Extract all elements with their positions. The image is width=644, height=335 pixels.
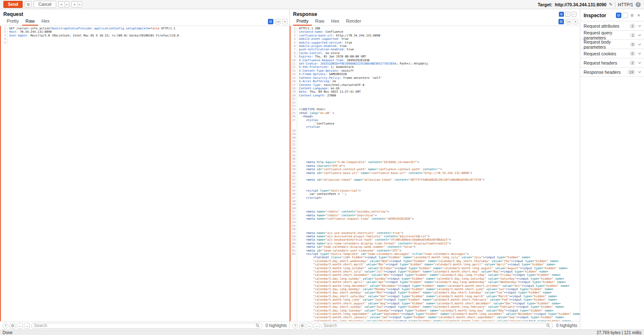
code-line: 29 <box>291 132 580 136</box>
line-content: Date: Thu, 09 Nov 2023 11:27:41 GMT <box>299 90 361 93</box>
inspector-section-request-attributes[interactable]: Request attributes2 <box>580 21 644 31</box>
line-content: </title> <box>299 125 320 129</box>
code-line: 15Content-Security-Policy: frame-ancesto… <box>291 76 580 80</box>
tab-pretty[interactable]: Pretty <box>3 17 22 26</box>
nonprintable-toggle-icon[interactable]: \n <box>566 19 571 24</box>
editor-view-icon[interactable] <box>558 19 564 24</box>
search-icon <box>546 324 550 327</box>
line-number: 37 <box>291 161 297 164</box>
nonprintable-toggle-icon[interactable]: \n <box>275 19 280 24</box>
section-count-badge: 19 <box>627 70 636 75</box>
code-line: "calendar3.month.long.september" value="… <box>291 312 580 316</box>
search-settings-icon[interactable]: ⚙ <box>299 323 305 329</box>
code-line: 19Date: Thu, 09 Nov 2023 11:27:41 GMT <box>291 90 580 93</box>
inspector-title: Inspector <box>584 13 606 18</box>
line-number: 16 <box>291 80 297 83</box>
inspector-section-response-headers[interactable]: Response headers19 <box>580 68 644 77</box>
line-content: Content-Type: text/html;charset=UTF-8 <box>299 83 364 87</box>
tab-raw[interactable]: Raw <box>312 17 328 26</box>
line-content: mobile-plugin-enabled: true <box>299 44 347 48</box>
response-viewer[interactable]: 1HTTP/1.1 2002instance-name: Confluence3… <box>290 26 580 321</box>
view-split-rows-icon[interactable] <box>571 12 576 17</box>
editor-view-icon[interactable] <box>268 19 273 24</box>
code-line: "calendar3.day.short.monday" value="Mon"… <box>291 291 580 294</box>
line-number: 36 <box>291 157 297 161</box>
section-label: Request attributes <box>584 23 619 29</box>
code-line: 18Content-Language: en-US <box>291 87 580 90</box>
code-line: 3confluence-base-url: http://70.34.244.1… <box>291 34 580 37</box>
inspector-section-request-headers[interactable]: Request headers2 <box>580 58 644 68</box>
section-label: Request query parameters <box>584 30 630 40</box>
line-content: mobile-supported-version: true <box>299 41 352 44</box>
line-number: 62 <box>291 249 297 252</box>
back-button[interactable]: < <box>58 1 65 8</box>
response-title: Response <box>293 11 317 17</box>
edit-target-button[interactable]: ✎ <box>609 2 612 7</box>
inspector-section-request-query-parameters[interactable]: Request query parameters1 <box>580 31 644 40</box>
inspector-layout-icon[interactable] <box>623 13 628 18</box>
search-settings-icon[interactable]: ⚙ <box>10 323 16 329</box>
code-line: 34 <box>291 150 580 153</box>
send-button[interactable]: Send <box>3 1 23 8</box>
line-number: 53 <box>291 217 297 221</box>
wrap-toggle-icon[interactable]: ≡ <box>573 19 578 24</box>
forward-button[interactable]: > <box>71 1 78 8</box>
code-line: 13X-Content-Type-Options: nosniff <box>291 69 580 73</box>
line-content: X-XSS-Protection: 1; mode=block <box>299 65 354 69</box>
section-label: Request body parameters <box>584 39 630 49</box>
tab-render[interactable]: Render <box>343 17 364 26</box>
back-history-dropdown[interactable]: ▾ <box>65 1 69 8</box>
code-line: 5 <box>1 41 289 44</box>
forward-history-dropdown[interactable]: ▾ <box>78 1 82 8</box>
inspector-section-request-cookies[interactable]: Request cookies0 <box>580 49 644 58</box>
inspector-section-request-body-parameters[interactable]: Request body parameters0 <box>580 40 644 49</box>
prev-match-button[interactable]: ← <box>306 323 312 329</box>
prev-match-button[interactable]: ← <box>17 323 23 329</box>
line-content: User-Agent: Mozilla/5.0 (Macintosh; Inte… <box>9 34 179 37</box>
view-combined-icon[interactable] <box>559 12 564 17</box>
line-number: 29 <box>291 132 297 136</box>
line-number: 4 <box>1 37 8 41</box>
tab-hex[interactable]: Hex <box>38 17 53 26</box>
line-content: mobile-event-supported: true <box>299 37 348 41</box>
request-editor[interactable]: 1GET /server-info.action?bootstrapStatus… <box>0 26 289 321</box>
code-line: 46 var contextPath = ''; <box>291 192 580 196</box>
tab-pretty[interactable]: Pretty <box>293 17 312 26</box>
line-content: <meta id="team-calendars-user-timezone" … <box>299 249 401 252</box>
code-line: 17Content-Type: text/html;charset=UTF-8 <box>291 83 580 87</box>
line-content: "calendar3.month.short.july" value="Jul"… <box>299 270 548 273</box>
code-line: - Confluence <box>291 122 580 125</box>
search-input[interactable] <box>34 323 254 328</box>
cancel-button[interactable]: Cancel <box>34 1 56 8</box>
line-number <box>291 273 297 277</box>
view-split-columns-icon[interactable] <box>565 12 570 17</box>
gear-icon[interactable]: ⚙ <box>629 13 635 18</box>
next-match-button[interactable]: → <box>314 323 319 329</box>
wrap-toggle-icon[interactable]: ≡ <box>282 19 288 24</box>
line-content: "calendar3.month.long.june" value="June"… <box>299 298 557 301</box>
inspector-dock-icon[interactable] <box>616 13 621 18</box>
search-help-icon[interactable]: ? <box>292 323 298 329</box>
line-content: <meta id="confluence-context-path" name=… <box>299 168 442 171</box>
response-panel: Response PrettyRawHexRender \n ≡ 1HTTP/1… <box>290 9 580 330</box>
next-match-button[interactable]: → <box>24 323 30 329</box>
close-icon[interactable]: ✕ <box>636 13 641 18</box>
line-number: 56 <box>291 228 297 231</box>
http-version-selector[interactable]: HTTP/1 <box>618 2 633 7</box>
line-number <box>291 267 297 270</box>
gear-icon: ⚙ <box>26 3 30 7</box>
line-content: <meta name="ajs-use-keyboard-shortcuts" … <box>299 231 403 235</box>
send-settings-button[interactable]: ⚙ <box>25 1 31 8</box>
tab-hex[interactable]: Hex <box>328 17 343 26</box>
search-help-icon[interactable]: ? <box>3 323 8 329</box>
line-content: var contextPath = ''; <box>299 192 347 196</box>
search-input[interactable] <box>324 323 545 328</box>
line-content: "calendar3.day.short.saturday" value="Sa… <box>299 295 557 298</box>
code-line: <fieldset class="i18n hidden"><input typ… <box>291 256 580 259</box>
line-number: 40 <box>291 171 297 175</box>
help-icon[interactable]: ? <box>636 2 641 7</box>
code-line: 16X-Accel-Buffering: no <box>291 80 580 83</box>
line-number: 12 <box>291 65 297 69</box>
line-content: </script> <box>299 196 322 200</box>
tab-raw[interactable]: Raw <box>22 17 38 26</box>
